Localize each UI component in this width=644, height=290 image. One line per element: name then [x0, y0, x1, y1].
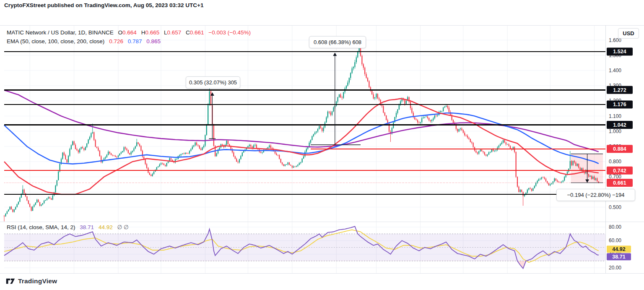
- price-levels: [4, 52, 605, 194]
- tradingview-logo[interactable]: TradingView: [6, 277, 57, 285]
- svg-text:1.272: 1.272: [613, 87, 626, 93]
- svg-text:0.742: 0.742: [613, 168, 626, 174]
- currency-button[interactable]: USD: [618, 28, 639, 39]
- svg-text:1.524: 1.524: [613, 49, 626, 55]
- svg-text:44.92: 44.92: [612, 246, 625, 252]
- chart-canvas[interactable]: 1.6001.5001.4001.3001.2001.1001.0000.900…: [0, 13, 644, 290]
- candles: [4, 42, 599, 225]
- rsi-tick-label: 20.00: [609, 265, 621, 271]
- published-chart-page: CryptoFXStreet published on TradingView.…: [0, 0, 644, 290]
- tradingview-mark-icon: [6, 277, 15, 285]
- rsi-tick-label: 80.00: [609, 224, 621, 230]
- price-tick-label: 0.800: [609, 159, 621, 165]
- brand-text: TradingView: [18, 277, 57, 285]
- measure-zone-down: [571, 154, 603, 183]
- price-tick-label: 1.400: [609, 68, 621, 73]
- measure-tooltip-194: −0.194 (−22.80%) −194: [556, 189, 635, 201]
- publisher-line: CryptoFXStreet published on TradingView.…: [4, 2, 204, 8]
- measure-tooltip-608: 0.608 (66.38%) 608: [309, 36, 366, 48]
- svg-text:0.884: 0.884: [613, 146, 626, 152]
- ema-lines: [4, 90, 599, 194]
- footer-bar: TradingView: [0, 273, 644, 290]
- price-tick-label: 1.000: [609, 128, 621, 134]
- svg-text:1.176: 1.176: [613, 102, 626, 107]
- price-tick-label: 0.500: [609, 204, 621, 210]
- svg-text:0.661: 0.661: [613, 180, 626, 186]
- measure-tooltip-305: 0.305 (32.07%) 305: [186, 76, 240, 89]
- rsi-tick-label: 60.00: [609, 238, 621, 243]
- price-axis-labels: 1.6001.5001.4001.3001.2001.1001.0000.900…: [609, 37, 621, 271]
- ema200-line: [4, 90, 599, 152]
- price-tick-label: 1.100: [609, 113, 621, 119]
- svg-text:1.042: 1.042: [613, 122, 626, 128]
- chart-widget: 1.6001.5001.4001.3001.2001.1001.0000.900…: [0, 13, 644, 273]
- ema100-line: [4, 113, 599, 164]
- svg-text:38.71: 38.71: [612, 254, 625, 260]
